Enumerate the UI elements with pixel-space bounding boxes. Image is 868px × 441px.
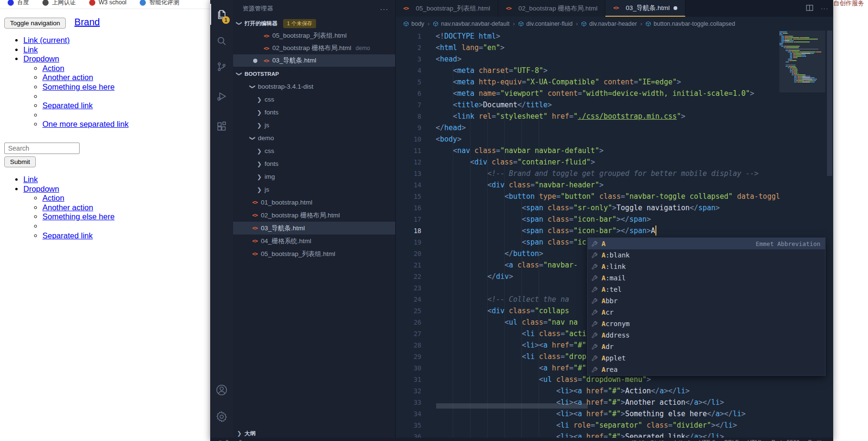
activity-settings-gear-icon[interactable]: [210, 406, 233, 427]
symbol-cube-icon: [518, 21, 524, 27]
split-editor-icon[interactable]: [806, 4, 813, 13]
breadcrumb-item[interactable]: div.container-fluid: [518, 21, 572, 27]
tree-folder[interactable]: ❯bootstrap-3.4.1-dist: [233, 80, 395, 93]
activity-account-icon[interactable]: [210, 379, 233, 400]
suggest-widget: AEmmet AbbreviationA:blankA:linkA:mailA:…: [587, 237, 826, 376]
bootstrap-section[interactable]: ❯ BOOTSTRAP: [233, 68, 395, 80]
tree-folder[interactable]: ❯js: [233, 183, 395, 196]
minimap[interactable]: [779, 31, 825, 83]
nav-link[interactable]: Something else here: [42, 82, 114, 91]
brand-link[interactable]: Brand: [74, 17, 100, 28]
status-item[interactable]: HTML: [747, 439, 763, 441]
nav-link[interactable]: Separated link: [42, 101, 93, 110]
tree-file[interactable]: <>03_导航条.html: [233, 222, 395, 235]
toggle-navigation-button[interactable]: Toggle navigation: [4, 18, 66, 29]
bookmark-item[interactable]: 上网认证: [42, 0, 76, 7]
nav-link[interactable]: Action: [42, 194, 64, 202]
suggest-item[interactable]: Acronym: [588, 318, 825, 329]
suggest-item[interactable]: Address: [588, 329, 825, 341]
open-editor-item[interactable]: <>05_bootstrap_列表组.html: [233, 30, 395, 42]
open-editor-item[interactable]: <>02_bootstrap 栅格布局.htmldemo: [233, 42, 395, 54]
tree-folder[interactable]: ❯demo: [233, 132, 395, 144]
nav-link[interactable]: Link: [23, 175, 38, 184]
nav-link[interactable]: Action: [42, 64, 64, 72]
suggest-item[interactable]: Applet: [588, 352, 825, 364]
nav-link[interactable]: Link (current): [23, 36, 70, 44]
vertical-scrollbar[interactable]: [826, 31, 833, 438]
suggest-item[interactable]: Abbr: [588, 295, 825, 307]
activity-search-icon[interactable]: [210, 31, 233, 51]
nav-link[interactable]: Something else here: [42, 212, 114, 221]
tree-file[interactable]: <>02_bootstrap 栅格布局.html: [233, 209, 395, 222]
breadcrumb-item[interactable]: body: [403, 21, 424, 27]
code-line: 32 <li><a href="#">Action</a></li>: [396, 385, 833, 397]
editor-tab[interactable]: <>03_导航条.html: [605, 0, 685, 17]
bookmark-item[interactable]: 智能化评测: [140, 0, 179, 7]
suggest-item[interactable]: A:tel: [588, 284, 825, 295]
bookmark-item[interactable]: W3 school: [89, 0, 126, 6]
suggest-item[interactable]: A:mail: [588, 272, 825, 284]
tree-file[interactable]: <>05_bootstrap_列表组.html: [233, 247, 395, 260]
tree-file[interactable]: <>04_栅格系统.html: [233, 235, 395, 247]
ellipsis-icon[interactable]: ···: [380, 5, 388, 13]
tree-folder[interactable]: ❯css: [233, 144, 395, 157]
line-number: 3: [396, 53, 421, 65]
bookmark-favicon-icon: [8, 0, 14, 6]
open-editors-section[interactable]: ❯ 打开的编辑器 1 个未保存: [233, 17, 395, 30]
suggest-item[interactable]: AEmmet Abbreviation: [588, 238, 825, 249]
tree-folder[interactable]: ❯js: [233, 119, 395, 132]
activity-run-debug-icon[interactable]: [210, 86, 233, 107]
nav-link[interactable]: Link: [23, 45, 38, 54]
bookmarks-bar: 百度上网认证W3 school智能化评测: [0, 0, 210, 9]
line-number: 4: [396, 65, 421, 76]
wrench-icon: [592, 321, 598, 327]
more-actions-icon[interactable]: ···: [821, 5, 828, 12]
nav-link[interactable]: Another action: [42, 73, 93, 82]
suggest-item[interactable]: Area: [588, 364, 825, 375]
tree-folder[interactable]: ❯css: [233, 93, 395, 106]
activity-source-control-icon[interactable]: [210, 56, 233, 77]
line-number: 23: [396, 282, 421, 294]
tree-file[interactable]: <>01_bootstrap.html: [233, 196, 395, 209]
tree-folder[interactable]: ❯fonts: [233, 106, 395, 119]
tree-folder[interactable]: ❯fonts: [233, 157, 395, 170]
bookmark-item[interactable]: 百度: [8, 0, 29, 7]
suggest-item[interactable]: A:link: [588, 261, 825, 272]
nav-link[interactable]: Separated link: [42, 231, 93, 240]
suggest-item[interactable]: A:blank: [588, 249, 825, 261]
nav-link[interactable]: Dropdown: [23, 54, 59, 63]
tree-folder[interactable]: ❯img: [233, 170, 395, 183]
status-item[interactable]: Prettier: [808, 439, 827, 441]
status-item[interactable]: 空格: 2: [673, 439, 690, 441]
editor-tab[interactable]: <>05_bootstrap_列表组.html: [396, 0, 498, 17]
activity-badge: 1: [222, 16, 230, 24]
wrench-icon: [592, 332, 598, 338]
nav-link[interactable]: Dropdown: [23, 185, 59, 193]
horizontal-scrollbar[interactable]: [436, 403, 588, 409]
line-number: 6: [396, 88, 421, 99]
status-item[interactable]: CRLF: [724, 439, 739, 441]
code-editor[interactable]: 1<!DOCTYPE html>2<html lang="en">3<head>…: [396, 31, 833, 441]
breadcrumb-item[interactable]: button.navbar-toggle.collapsed: [645, 21, 735, 27]
status-item[interactable]: UTF-8: [699, 439, 715, 441]
suggest-item[interactable]: Acr: [588, 307, 825, 318]
problems-status[interactable]: ⊘ 0 △ 0: [218, 439, 242, 441]
editor-tab[interactable]: <>02_bootstrap 栅格布局.html: [498, 0, 605, 17]
status-item[interactable]: Port : 5500: [772, 439, 800, 441]
nav-link[interactable]: One more separated link: [42, 120, 129, 128]
breadcrumb-item[interactable]: nav.navbar.navbar-default: [433, 21, 510, 27]
nav-link[interactable]: Another action: [42, 203, 93, 212]
activity-files-icon[interactable]: 1: [210, 4, 233, 25]
html-file-icon: <>: [252, 251, 257, 257]
line-number: 2: [396, 42, 421, 53]
suggest-item[interactable]: Adr: [588, 341, 825, 352]
search-input[interactable]: [4, 143, 80, 154]
line-number: 11: [396, 145, 421, 156]
submit-button[interactable]: Submit: [4, 156, 36, 167]
breadcrumb-item[interactable]: div.navbar-header: [581, 21, 637, 27]
warning-icon: △: [232, 439, 236, 441]
html-file-icon: <>: [252, 225, 257, 231]
status-item[interactable]: 行 18，列 46: [631, 439, 664, 441]
activity-extensions-icon[interactable]: [210, 116, 233, 137]
open-editor-item[interactable]: <>03_导航条.html: [233, 54, 395, 67]
